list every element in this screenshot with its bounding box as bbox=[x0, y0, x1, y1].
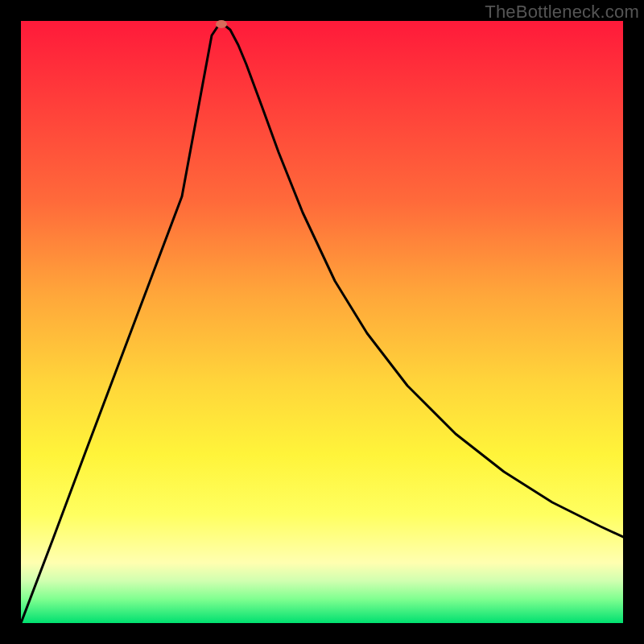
watermark-text: TheBottleneck.com bbox=[485, 2, 639, 23]
bottleneck-curve bbox=[21, 21, 623, 623]
minimum-marker bbox=[216, 20, 227, 28]
